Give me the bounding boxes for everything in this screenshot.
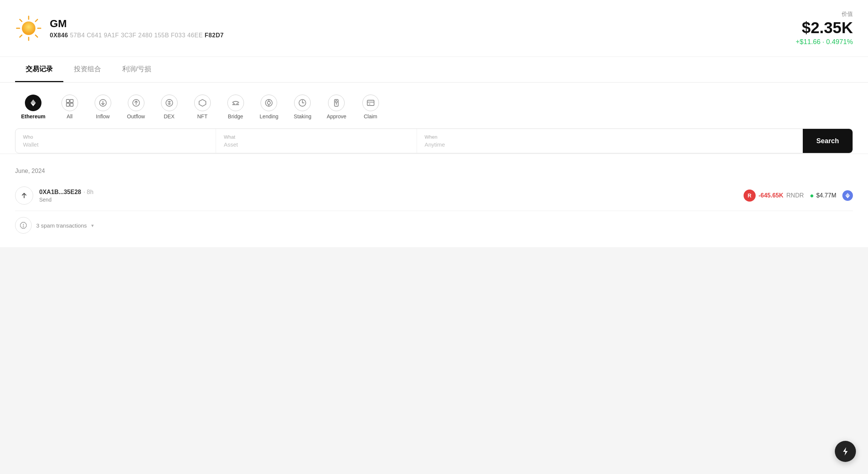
tab-portfolio[interactable]: 投资组合 bbox=[63, 57, 112, 82]
filter-bridge[interactable]: Bridge bbox=[221, 92, 251, 122]
search-field-what: What bbox=[216, 129, 417, 153]
svg-line-5 bbox=[35, 35, 38, 37]
tx-direction-icon bbox=[15, 187, 33, 205]
spam-icon bbox=[15, 217, 32, 234]
when-input[interactable] bbox=[425, 141, 795, 148]
token-icon: R bbox=[744, 190, 756, 202]
tx-right: R -645.65K RNDR ● $4.77M bbox=[744, 190, 853, 202]
svg-marker-44 bbox=[843, 447, 848, 456]
value-change: +$11.66 · 0.4971% bbox=[796, 38, 853, 46]
nft-icon bbox=[194, 95, 211, 111]
svg-point-8 bbox=[22, 21, 35, 35]
header-info: GM 0X846 57B4 C641 9A1F 3C3F 2480 155B F… bbox=[50, 18, 224, 39]
amount-symbol: RNDR bbox=[787, 192, 804, 199]
filter-staking[interactable]: Staking bbox=[287, 92, 317, 122]
svg-rect-14 bbox=[70, 103, 73, 106]
sun-icon bbox=[15, 15, 42, 42]
tx-type: Send bbox=[39, 197, 738, 203]
filter-approve-label: Approve bbox=[327, 113, 346, 119]
svg-point-28 bbox=[267, 101, 270, 104]
filter-nft[interactable]: NFT bbox=[187, 92, 218, 122]
search-button[interactable]: Search bbox=[803, 129, 853, 153]
who-label: Who bbox=[23, 134, 208, 140]
filter-ethereum[interactable]: Ethereum bbox=[15, 92, 52, 122]
address-prefix: 0X846 bbox=[50, 32, 68, 38]
search-bar: Who What When Search bbox=[15, 128, 853, 153]
svg-line-6 bbox=[35, 20, 38, 22]
tx-info: 0XA1B...35E28· 8h Send bbox=[39, 189, 738, 203]
address-middle: 57B4 C641 9A1F 3C3F 2480 155B F033 46EE bbox=[70, 32, 203, 38]
amount-neg: -645.65K bbox=[759, 192, 784, 199]
filter-nft-label: NFT bbox=[197, 113, 207, 119]
tab-pnl[interactable]: 利润/亏损 bbox=[112, 57, 162, 82]
filter-inflow-label: Inflow bbox=[96, 113, 110, 119]
all-icon bbox=[61, 95, 78, 111]
outflow-icon bbox=[128, 95, 144, 111]
approve-icon bbox=[328, 95, 345, 111]
wallet-input[interactable] bbox=[23, 141, 208, 148]
token-amount: R -645.65K RNDR bbox=[744, 190, 804, 202]
filter-staking-label: Staking bbox=[294, 113, 311, 119]
header-right: 价值 $2.35K +$11.66 · 0.4971% bbox=[796, 11, 853, 46]
tab-transactions[interactable]: 交易记录 bbox=[15, 57, 63, 82]
filter-approve[interactable]: Approve bbox=[321, 92, 352, 122]
bridge-icon bbox=[227, 95, 244, 111]
filter-all-label: All bbox=[67, 113, 73, 119]
filter-lending[interactable]: Lending bbox=[254, 92, 285, 122]
filter-dex-label: DEX bbox=[164, 113, 175, 119]
usd-value: $4.77M bbox=[816, 192, 836, 199]
lending-icon bbox=[261, 95, 277, 111]
svg-point-33 bbox=[336, 101, 337, 103]
svg-rect-11 bbox=[66, 99, 69, 102]
tabs: 交易记录 投资组合 利润/亏损 bbox=[15, 57, 853, 82]
value-amount: $2.35K bbox=[796, 19, 853, 37]
when-label: When bbox=[425, 134, 795, 140]
dex-icon bbox=[161, 95, 178, 111]
filter-claim[interactable]: Claim bbox=[356, 92, 386, 122]
tx-usd: ● $4.77M bbox=[810, 192, 836, 200]
table-row: 0XA1B...35E28· 8h Send R -645.65K RNDR ●… bbox=[15, 180, 853, 211]
greeting: GM bbox=[50, 18, 224, 30]
ethereum-icon bbox=[25, 95, 41, 111]
filter-outflow[interactable]: Outflow bbox=[121, 92, 151, 122]
value-label: 价值 bbox=[796, 11, 853, 18]
address-bold: F82D7 bbox=[205, 32, 224, 38]
search-field-when: When bbox=[417, 129, 803, 153]
what-label: What bbox=[224, 134, 409, 140]
filter-icons: Ethereum All In bbox=[15, 92, 853, 122]
month-label: June, 2024 bbox=[15, 168, 853, 174]
filter-all[interactable]: All bbox=[55, 92, 85, 122]
filter-outflow-label: Outflow bbox=[127, 113, 145, 119]
svg-rect-35 bbox=[367, 100, 374, 106]
tabs-section: 交易记录 投资组合 利润/亏损 bbox=[0, 57, 868, 83]
svg-line-4 bbox=[20, 20, 22, 22]
filter-section: Ethereum All In bbox=[0, 83, 868, 122]
filter-inflow[interactable]: Inflow bbox=[88, 92, 118, 122]
fab-button[interactable] bbox=[835, 441, 856, 462]
content-section: June, 2024 0XA1B...35E28· 8h Send R -645… bbox=[0, 154, 868, 247]
svg-line-7 bbox=[20, 35, 22, 37]
dot-green: ● bbox=[810, 192, 814, 200]
svg-point-43 bbox=[23, 226, 24, 227]
staking-icon bbox=[294, 95, 311, 111]
spam-label: 3 spam transactions bbox=[36, 222, 87, 229]
filter-claim-label: Claim bbox=[364, 113, 377, 119]
search-section: Who What When Search bbox=[0, 122, 868, 153]
inflow-icon bbox=[95, 95, 111, 111]
tx-hash: 0XA1B...35E28· 8h bbox=[39, 189, 738, 196]
filter-ethereum-label: Ethereum bbox=[21, 113, 46, 119]
chevron-down-icon: ▾ bbox=[91, 223, 94, 228]
lightning-icon bbox=[840, 446, 850, 456]
asset-input[interactable] bbox=[224, 141, 409, 148]
search-field-who: Who bbox=[15, 129, 216, 153]
svg-rect-12 bbox=[70, 99, 73, 102]
filter-dex[interactable]: DEX bbox=[154, 92, 184, 122]
header: GM 0X846 57B4 C641 9A1F 3C3F 2480 155B F… bbox=[0, 0, 868, 57]
svg-rect-13 bbox=[66, 103, 69, 106]
spam-row[interactable]: 3 spam transactions ▾ bbox=[15, 211, 853, 240]
svg-marker-21 bbox=[199, 99, 206, 106]
filter-lending-label: Lending bbox=[260, 113, 279, 119]
header-left: GM 0X846 57B4 C641 9A1F 3C3F 2480 155B F… bbox=[15, 15, 224, 42]
chain-badge bbox=[842, 190, 853, 201]
address-row: 0X846 57B4 C641 9A1F 3C3F 2480 155B F033… bbox=[50, 32, 224, 39]
